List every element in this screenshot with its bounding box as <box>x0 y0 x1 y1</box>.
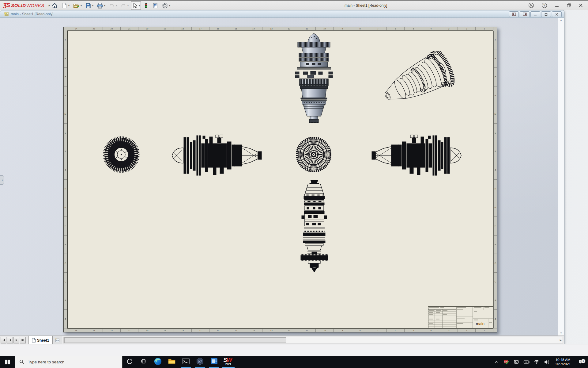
zone-label: 16 <box>209 329 227 332</box>
zone-corner <box>64 328 67 332</box>
drawing-view-bottom[interactable] <box>295 179 334 273</box>
options-dropdown-arrow[interactable]: ▾ <box>169 4 170 7</box>
last-sheet-button[interactable] <box>20 337 26 343</box>
document-dock-right-button[interactable] <box>520 11 530 17</box>
file-explorer-taskbar-button[interactable] <box>165 356 179 368</box>
file-properties-button[interactable] <box>151 1 159 10</box>
home-button[interactable] <box>51 1 59 10</box>
rebuild-button[interactable] <box>142 1 150 10</box>
document-window: main - Sheet1 [Read-only] 24232221201918… <box>0 10 564 344</box>
select-dropdown-arrow[interactable]: ▾ <box>139 4 140 7</box>
zone-label: L <box>64 124 67 142</box>
toolbar-flyout-arrow[interactable]: ▸ <box>49 4 50 7</box>
zone-label: 23 <box>85 27 103 30</box>
document-dock-left-button[interactable] <box>509 11 519 17</box>
zone-label: 3 <box>440 329 458 332</box>
zone-label: 7 <box>369 27 387 30</box>
new-document-dropdown-arrow[interactable]: ▾ <box>68 4 70 7</box>
document-restore-button[interactable] <box>541 11 551 17</box>
zone-label: 14 <box>245 329 263 332</box>
previous-sheet-button[interactable] <box>7 337 13 343</box>
horizontal-scrollbar[interactable]: ▶ <box>63 337 563 343</box>
select-button[interactable]: ▾ <box>131 1 141 10</box>
zone-label: 18 <box>174 27 192 30</box>
redo-dropdown-arrow[interactable]: ▾ <box>127 4 129 7</box>
start-button[interactable] <box>0 356 15 368</box>
taskbar-system-buttons <box>123 356 151 368</box>
solidworks-logo-light: WORKS <box>26 3 44 8</box>
featuremanager-collapse-tab[interactable]: ◂ <box>0 175 4 185</box>
drawing-view-side-right[interactable] <box>371 134 462 177</box>
undo-dropdown-arrow[interactable]: ▾ <box>116 4 117 7</box>
solidworks-status-icon[interactable]: SW <box>503 359 510 365</box>
restore-button[interactable] <box>567 3 571 8</box>
zone-label: 12 <box>280 329 298 332</box>
clock-time: 10:48 AM <box>553 358 573 362</box>
scroll-down-arrow[interactable]: ▼ <box>558 332 564 335</box>
zone-label: 10 <box>316 329 334 332</box>
account-button[interactable] <box>528 2 534 8</box>
next-sheet-button[interactable] <box>13 337 19 343</box>
battery-icon[interactable] <box>523 359 530 365</box>
open-icon <box>73 2 80 9</box>
action-center-button[interactable]: 1 <box>576 359 586 365</box>
wifi-icon[interactable] <box>533 360 540 364</box>
undo-button[interactable]: ▾ <box>108 1 118 10</box>
task-view-button[interactable] <box>137 356 151 368</box>
document-close-button[interactable] <box>552 11 562 17</box>
scroll-up-arrow[interactable]: ▲ <box>558 19 564 21</box>
hexagon-app-taskbar-button[interactable] <box>193 356 207 368</box>
drawing-viewport[interactable]: 242322212019181716151413121110987654321 … <box>0 18 564 335</box>
drawing-view-front-fan[interactable] <box>103 136 140 173</box>
redo-button[interactable]: ▾ <box>119 1 130 10</box>
first-sheet-button[interactable] <box>1 337 6 343</box>
zone-label: H <box>64 180 67 198</box>
zone-label: 1 <box>476 329 493 332</box>
print-dropdown-arrow[interactable]: ▾ <box>104 4 105 7</box>
drawing-view-top[interactable] <box>294 33 334 125</box>
options-icon <box>162 2 168 9</box>
options-button[interactable]: ▾ <box>161 1 171 10</box>
zone-label: 2 <box>458 27 476 30</box>
sheet-tab-label: Sheet1 <box>37 338 49 343</box>
chevron-up-icon[interactable] <box>493 360 499 364</box>
save-dropdown-arrow[interactable]: ▾ <box>92 4 93 7</box>
open-button[interactable]: ▾ <box>72 1 83 10</box>
taskbar-clock[interactable]: 10:48 AM 1/27/2021 <box>553 358 573 366</box>
system-window-app-taskbar-button[interactable] <box>207 356 221 368</box>
close-button[interactable] <box>579 3 583 8</box>
search-input[interactable] <box>27 359 114 365</box>
save-button[interactable]: ▾ <box>84 1 94 10</box>
volume-icon[interactable] <box>543 360 550 364</box>
print-button[interactable]: ▾ <box>96 1 106 10</box>
taskbar-search[interactable] <box>15 356 123 368</box>
horizontal-scrollbar-thumb[interactable] <box>64 337 286 343</box>
drawing-view-side-left[interactable] <box>171 134 263 177</box>
open-dropdown-arrow[interactable]: ▾ <box>81 4 82 7</box>
command-prompt-taskbar-button[interactable] <box>179 356 193 368</box>
edge-taskbar-button[interactable] <box>151 356 165 368</box>
zone-label: A <box>494 310 497 328</box>
zone-label: 17 <box>192 329 209 332</box>
vertical-scrollbar[interactable]: ▲ ▼ <box>558 18 564 335</box>
zone-label: 24 <box>67 27 85 30</box>
document-minimize-button[interactable] <box>530 11 540 17</box>
drawing-sheet[interactable]: 242322212019181716151413121110987654321 … <box>63 27 497 332</box>
notification-badge: 1 <box>581 359 586 363</box>
help-button[interactable]: ? <box>541 2 547 8</box>
zone-label: B <box>64 291 67 310</box>
select-icon <box>132 2 138 9</box>
drawing-view-rear[interactable] <box>295 136 332 173</box>
solidworks-2021-taskbar-button[interactable]: SW2021 <box>221 356 235 368</box>
capture-icon[interactable] <box>513 359 520 365</box>
new-document-button[interactable]: ▾ <box>60 1 70 10</box>
add-sheet-button[interactable] <box>52 336 62 344</box>
drawing-document-icon <box>3 11 9 17</box>
zone-label: P <box>494 68 497 86</box>
minimize-button[interactable] <box>555 3 559 8</box>
tab-sheet1[interactable]: Sheet1 <box>28 336 52 344</box>
drawing-view-isometric[interactable] <box>377 51 458 111</box>
scroll-right-arrow[interactable]: ▶ <box>560 337 562 343</box>
cortana-button[interactable] <box>123 356 137 368</box>
quick-access-toolbar: ▾▾▾▾▾▾▾▾ <box>51 1 171 10</box>
